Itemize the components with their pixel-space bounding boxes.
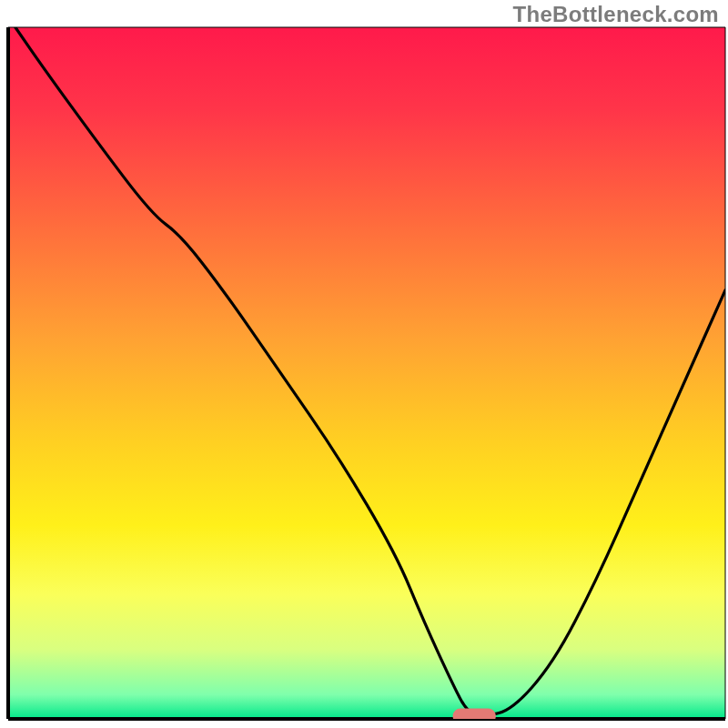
chart-stage: TheBottleneck.com [0,0,728,728]
watermark-text: TheBottleneck.com [513,2,719,27]
gradient-background [8,27,725,719]
chart-svg [0,0,728,728]
optimal-marker [453,709,496,724]
